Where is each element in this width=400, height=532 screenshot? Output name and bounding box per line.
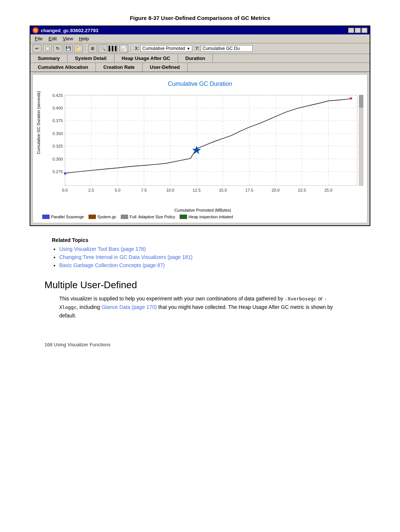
legend-color-parallel bbox=[42, 215, 50, 219]
line-chart-button[interactable]: 📈 bbox=[119, 44, 128, 53]
legend-full-adaptive: Full: Adaptive Size Policy bbox=[121, 215, 175, 219]
related-topic-1: Using Visualizer Tool Bars (page 176) bbox=[59, 246, 348, 252]
svg-rect-40 bbox=[359, 95, 363, 107]
toolbar: ↩ 📋 ↻ 💾 📁 ⊞ 🔍 ▌▌▌ 📈 X: Cumulative Promot… bbox=[30, 43, 370, 54]
y-axis-value: Cumulative GC Du bbox=[203, 46, 240, 51]
related-topics-title: Related Topics bbox=[52, 237, 348, 243]
section-text3: , including bbox=[77, 304, 101, 310]
tab-duration[interactable]: Duration bbox=[178, 54, 213, 63]
legend-system-gc: System.gc bbox=[89, 215, 116, 219]
section-text2: or bbox=[317, 296, 324, 302]
menu-help[interactable]: Help bbox=[76, 35, 92, 42]
window-title: changed_gc.93602.27793 bbox=[41, 28, 98, 33]
app-window: G changed_gc.93602.27793 _ □ ✕ File Edit… bbox=[30, 26, 370, 226]
bar-chart-button[interactable]: ▌▌▌ bbox=[109, 44, 118, 53]
legend-color-system bbox=[89, 215, 96, 219]
menu-file[interactable]: File bbox=[32, 35, 46, 42]
related-topic-link-3[interactable]: Basic Garbage Collection Concepts (page … bbox=[59, 262, 165, 268]
svg-text:20.0: 20.0 bbox=[271, 188, 280, 192]
tab-system-detail[interactable]: System Detail bbox=[67, 54, 114, 63]
related-topic-2: Changing Time Interval in GC Data Visual… bbox=[59, 254, 348, 260]
svg-text:22.5: 22.5 bbox=[298, 188, 306, 192]
chart-title: Cumulative GC Duration bbox=[37, 81, 363, 87]
x-axis-value: Cumulative Promoted bbox=[142, 46, 185, 51]
figure-caption: Figure 8-37 User-Defined Comparisons of … bbox=[30, 15, 370, 21]
legend-heap-inspection: Heap inspection initiated bbox=[180, 215, 233, 219]
section-paragraph: This visualizer is supplied to help you … bbox=[59, 294, 341, 320]
zoom-in-button[interactable]: 🔍 bbox=[99, 44, 107, 53]
legend-parallel-scavenge: Parallel Scavenge bbox=[42, 215, 84, 219]
y-axis-label-text: Cumulative GC Duration (seconds) bbox=[37, 91, 41, 154]
svg-text:0.400: 0.400 bbox=[53, 106, 63, 110]
related-topic-link-1[interactable]: Using Visualizer Tool Bars (page 176) bbox=[59, 246, 146, 252]
svg-text:2.5: 2.5 bbox=[89, 188, 94, 192]
chart-inner: 0.425 0.400 0.375 0.350 0.325 0.300 0.27… bbox=[42, 91, 363, 219]
svg-rect-39 bbox=[359, 95, 363, 186]
maximize-button[interactable]: □ bbox=[355, 28, 361, 33]
legend-color-heap bbox=[180, 215, 187, 219]
tab-cumulative-alloc[interactable]: Cumulative Allocation bbox=[30, 63, 96, 71]
code-xverbosegc: -Xverbosegc bbox=[285, 296, 317, 302]
tab-summary[interactable]: Summary bbox=[30, 54, 67, 63]
chart-svg: 0.425 0.400 0.375 0.350 0.325 0.300 0.27… bbox=[42, 91, 363, 206]
toolbar-separator2 bbox=[130, 45, 131, 52]
legend-label-system: System.gc bbox=[97, 215, 116, 219]
svg-text:0.375: 0.375 bbox=[53, 118, 63, 123]
y-axis-label: Y: bbox=[195, 46, 199, 51]
chart-area: Cumulative GC Duration Cumulative GC Dur… bbox=[33, 74, 367, 223]
svg-rect-0 bbox=[65, 95, 357, 186]
menu-bar: File Edit View Help bbox=[30, 34, 370, 43]
legend-label-parallel: Parallel Scavenge bbox=[51, 215, 84, 219]
legend-label-full: Full: Adaptive Size Policy bbox=[130, 215, 175, 219]
related-topic-link-2[interactable]: Changing Time Interval in GC Data Visual… bbox=[59, 254, 193, 260]
minimize-button[interactable]: _ bbox=[348, 28, 354, 33]
section-body: This visualizer is supplied to help you … bbox=[30, 294, 370, 320]
tab-heap-usage[interactable]: Heap Usage After GC bbox=[114, 54, 178, 63]
svg-point-43 bbox=[350, 97, 352, 100]
page-footer: 168 Using Visualizer Functions bbox=[30, 342, 370, 347]
app-icon: G bbox=[33, 27, 39, 33]
related-topic-3: Basic Garbage Collection Concepts (page … bbox=[59, 262, 348, 268]
toolbar-separator1 bbox=[85, 45, 86, 52]
tab-creation-rate[interactable]: Creation Rate bbox=[96, 63, 143, 71]
section-heading: Multiple User-Defined bbox=[30, 279, 370, 291]
svg-text:10.0: 10.0 bbox=[166, 188, 174, 192]
legend-label-heap: Heap inspection initiated bbox=[189, 215, 233, 219]
x-axis-dropdown[interactable]: Cumulative Promoted ▼ bbox=[140, 45, 192, 52]
legend-color-full bbox=[121, 215, 128, 219]
section-text1: This visualizer is supplied to help you … bbox=[59, 296, 285, 302]
refresh-button[interactable]: ↻ bbox=[53, 44, 62, 53]
title-controls: _ □ ✕ bbox=[348, 28, 367, 33]
save-button[interactable]: 💾 bbox=[64, 44, 73, 53]
svg-text:0.425: 0.425 bbox=[53, 93, 63, 98]
glance-data-link[interactable]: Glance Data (page 170) bbox=[101, 304, 157, 310]
svg-text:15.0: 15.0 bbox=[219, 188, 227, 192]
related-topics-list: Using Visualizer Tool Bars (page 176) Ch… bbox=[59, 246, 348, 268]
zoom-fit-button[interactable]: ⊞ bbox=[88, 44, 97, 53]
related-topics-section: Related Topics Using Visualizer Tool Bar… bbox=[30, 237, 370, 268]
svg-text:25.0: 25.0 bbox=[324, 188, 333, 192]
svg-text:7.5: 7.5 bbox=[141, 188, 147, 192]
x-axis-dropdown-arrow: ▼ bbox=[187, 47, 190, 51]
svg-text:0.0: 0.0 bbox=[62, 188, 67, 192]
svg-text:0.300: 0.300 bbox=[53, 157, 63, 161]
svg-text:17.5: 17.5 bbox=[245, 188, 253, 192]
title-bar: G changed_gc.93602.27793 _ □ ✕ bbox=[30, 26, 370, 34]
x-axis-label: X: bbox=[135, 46, 139, 51]
undo-button[interactable]: ↩ bbox=[33, 44, 41, 53]
svg-text:5.0: 5.0 bbox=[115, 188, 120, 192]
menu-edit[interactable]: Edit bbox=[46, 35, 60, 42]
tabs-row2: Cumulative Allocation Creation Rate User… bbox=[30, 63, 370, 72]
chart-container: Cumulative GC Duration (seconds) bbox=[37, 91, 363, 219]
svg-text:0.325: 0.325 bbox=[53, 144, 63, 148]
copy-button[interactable]: 📋 bbox=[43, 44, 52, 53]
x-axis-label-text: Cumulative Promoted (MBytes) bbox=[42, 208, 363, 212]
close-button[interactable]: ✕ bbox=[361, 28, 367, 33]
tab-user-defined[interactable]: User-Defined bbox=[143, 63, 188, 71]
svg-rect-42 bbox=[64, 172, 66, 175]
svg-text:12.5: 12.5 bbox=[193, 188, 201, 192]
y-axis-dropdown[interactable]: Cumulative GC Du bbox=[201, 45, 253, 52]
menu-view[interactable]: View bbox=[60, 35, 76, 42]
chart-legend: Parallel Scavenge System.gc Full: Adapti… bbox=[42, 215, 363, 219]
open-button[interactable]: 📁 bbox=[74, 44, 83, 53]
